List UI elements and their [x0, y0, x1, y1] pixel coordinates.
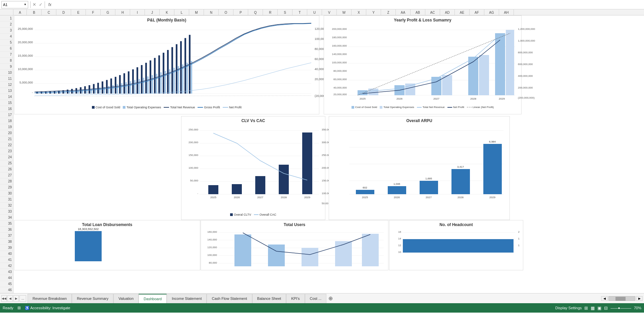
col-header-S[interactable]: S — [278, 9, 292, 15]
row-num-20[interactable]: 20 — [0, 130, 13, 136]
tab-cash-flow-statement[interactable]: Cash Flow Statement — [207, 294, 252, 303]
row-num-21[interactable]: 21 — [0, 136, 13, 142]
name-box-dropdown-icon[interactable]: ▼ — [24, 3, 26, 6]
formula-input[interactable] — [54, 1, 643, 8]
display-settings-label[interactable]: Display Settings — [555, 306, 582, 310]
col-header-Z[interactable]: Z — [381, 9, 396, 15]
row-num-4[interactable]: 4 — [0, 34, 13, 40]
view-break-icon[interactable]: ⊟ — [604, 306, 608, 311]
sheet-scroll-left[interactable]: ◀ — [601, 296, 608, 301]
row-num-36[interactable]: 36 — [0, 227, 13, 233]
view-page-icon[interactable]: ▣ — [597, 306, 601, 311]
confirm-icon[interactable]: ✓ — [39, 2, 43, 7]
row-num-16[interactable]: 16 — [0, 106, 13, 112]
tab-cost-...[interactable]: Cost ... — [305, 294, 327, 303]
col-header-AH[interactable]: AH — [499, 9, 514, 15]
row-num-7[interactable]: 7 — [0, 52, 13, 58]
row-num-2[interactable]: 2 — [0, 21, 13, 28]
col-header-AA[interactable]: AA — [396, 9, 411, 15]
row-num-1[interactable]: 1 — [0, 15, 13, 21]
row-num-19[interactable]: 19 — [0, 124, 13, 130]
row-num-31[interactable]: 31 — [0, 197, 13, 203]
row-num-26[interactable]: 26 — [0, 166, 13, 172]
row-num-12[interactable]: 12 — [0, 82, 13, 88]
row-num-40[interactable]: 40 — [0, 251, 13, 257]
row-num-32[interactable]: 32 — [0, 203, 13, 209]
row-num-43[interactable]: 43 — [0, 269, 13, 275]
sheet-scroll-right[interactable]: ▶ — [636, 296, 643, 301]
row-num-10[interactable]: 10 — [0, 70, 13, 76]
col-header-T[interactable]: T — [292, 9, 307, 15]
row-num-45[interactable]: 45 — [0, 281, 13, 287]
tab-kpi's[interactable]: KPI's — [286, 294, 305, 303]
cancel-icon[interactable]: ✕ — [33, 2, 36, 7]
col-header-R[interactable]: R — [263, 9, 278, 15]
col-header-AC[interactable]: AC — [425, 9, 440, 15]
row-num-11[interactable]: 11 — [0, 76, 13, 82]
row-num-44[interactable]: 44 — [0, 275, 13, 281]
col-header-D[interactable]: D — [56, 9, 71, 15]
row-num-34[interactable]: 34 — [0, 215, 13, 221]
col-header-U[interactable]: U — [307, 9, 322, 15]
row-num-24[interactable]: 24 — [0, 154, 13, 160]
col-header-K[interactable]: K — [160, 9, 174, 15]
col-header-E[interactable]: E — [71, 9, 86, 15]
row-num-37[interactable]: 37 — [0, 233, 13, 239]
col-header-H[interactable]: H — [115, 9, 130, 15]
row-num-35[interactable]: 35 — [0, 221, 13, 227]
col-header-M[interactable]: M — [189, 9, 204, 15]
col-header-X[interactable]: X — [352, 9, 366, 15]
row-num-38[interactable]: 38 — [0, 239, 13, 245]
col-header-C[interactable]: C — [42, 9, 56, 15]
row-num-25[interactable]: 25 — [0, 160, 13, 166]
col-header-F[interactable]: F — [86, 9, 101, 15]
row-num-29[interactable]: 29 — [0, 184, 13, 191]
col-header-Y[interactable]: Y — [366, 9, 381, 15]
col-header-L[interactable]: L — [174, 9, 189, 15]
tab-balance-sheet[interactable]: Balance Sheet — [252, 294, 286, 303]
row-num-41[interactable]: 41 — [0, 257, 13, 263]
col-header-AF[interactable]: AF — [470, 9, 484, 15]
row-num-6[interactable]: 6 — [0, 46, 13, 52]
accessibility-label[interactable]: ♿ Accessibility: Investigate — [25, 306, 70, 310]
zoom-level[interactable]: 70% — [634, 306, 641, 310]
row-num-33[interactable]: 33 — [0, 209, 13, 215]
col-header-W[interactable]: W — [337, 9, 352, 15]
tab-revenue-summary[interactable]: Revenue Summary — [72, 294, 113, 303]
col-header-A[interactable]: A — [13, 9, 27, 15]
tab-more-btn[interactable]: … — [19, 295, 26, 302]
display-settings-icon[interactable]: ⊞ — [584, 306, 588, 311]
sheet-scrollbar[interactable] — [608, 296, 635, 301]
tab-add-button[interactable]: ⊕ — [326, 294, 334, 303]
row-num-9[interactable]: 9 — [0, 64, 13, 70]
row-num-46[interactable]: 46 — [0, 287, 13, 293]
col-header-G[interactable]: G — [101, 9, 115, 15]
row-num-13[interactable]: 13 — [0, 88, 13, 94]
row-num-8[interactable]: 8 — [0, 58, 13, 64]
row-num-5[interactable]: 5 — [0, 40, 13, 46]
row-num-39[interactable]: 39 — [0, 245, 13, 251]
row-num-17[interactable]: 17 — [0, 112, 13, 118]
row-num-42[interactable]: 42 — [0, 263, 13, 269]
col-header-AE[interactable]: AE — [455, 9, 470, 15]
row-num-14[interactable]: 14 — [0, 94, 13, 100]
row-num-27[interactable]: 27 — [0, 172, 13, 178]
name-box[interactable]: A1 ▼ — [1, 1, 28, 8]
col-header-B[interactable]: B — [27, 9, 42, 15]
col-header-P[interactable]: P — [233, 9, 248, 15]
col-header-AB[interactable]: AB — [411, 9, 425, 15]
row-num-3[interactable]: 3 — [0, 28, 13, 34]
row-num-23[interactable]: 23 — [0, 148, 13, 154]
row-num-28[interactable]: 28 — [0, 178, 13, 184]
tab-income-statement[interactable]: Income Statement — [167, 294, 207, 303]
col-header-J[interactable]: J — [145, 9, 160, 15]
col-header-N[interactable]: N — [204, 9, 219, 15]
row-num-22[interactable]: 22 — [0, 142, 13, 148]
col-header-AG[interactable]: AG — [484, 9, 499, 15]
col-header-I[interactable]: I — [130, 9, 145, 15]
tab-valuation[interactable]: Valuation — [113, 294, 139, 303]
row-num-18[interactable]: 18 — [0, 118, 13, 124]
tab-nav-next[interactable]: ▶ — [13, 295, 19, 302]
col-header-Q[interactable]: Q — [248, 9, 263, 15]
tab-nav-first[interactable]: ◀◀ — [1, 295, 7, 302]
